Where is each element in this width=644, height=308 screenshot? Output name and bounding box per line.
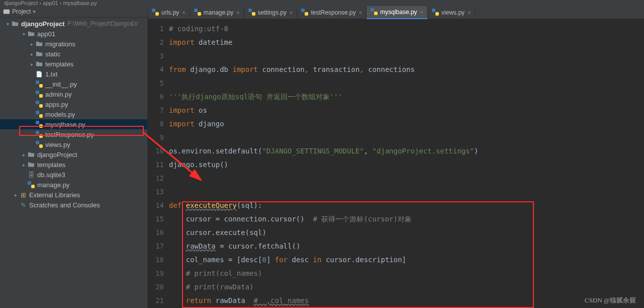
line-number: 6 bbox=[151, 90, 164, 104]
project-icon bbox=[3, 8, 10, 15]
code-line-12[interactable] bbox=[169, 172, 478, 185]
line-number: 14 bbox=[151, 199, 164, 212]
tree-item-mysqlbase-py[interactable]: mysqlbase.py bbox=[0, 119, 147, 129]
line-number: 1 bbox=[151, 22, 164, 36]
tree-item-app01[interactable]: ▾app01 bbox=[0, 29, 147, 39]
gutter: 123456789101112131415161718192021 bbox=[148, 19, 169, 308]
line-number: 20 bbox=[151, 280, 164, 294]
code-line-16[interactable]: cursor.execute(sql) bbox=[169, 226, 478, 240]
tree-item-static[interactable]: ▸static bbox=[0, 49, 147, 59]
tree-item-manage-py[interactable]: manage.py bbox=[0, 180, 147, 190]
main-container: Project ▾ ▾djangoProjectF:\Web_Project\D… bbox=[0, 6, 644, 308]
line-number: 9 bbox=[151, 131, 164, 144]
line-number: 16 bbox=[151, 226, 164, 240]
line-number: 10 bbox=[151, 144, 164, 158]
line-number: 7 bbox=[151, 104, 164, 117]
close-icon[interactable]: × bbox=[420, 9, 423, 15]
title-bar: djangoProject › app01 › mysqlbase.py bbox=[0, 0, 644, 6]
tab-views-py[interactable]: views.py× bbox=[428, 6, 475, 19]
code-line-18[interactable]: col_names = [desc[0] for desc in cursor.… bbox=[169, 253, 478, 267]
code-line-17[interactable]: rawData = cursor.fetchall() bbox=[169, 240, 478, 253]
line-number: 21 bbox=[151, 294, 164, 307]
tree-item-Scratches-and-Consoles[interactable]: ✎Scratches and Consoles bbox=[0, 200, 147, 210]
code-line-21[interactable]: return rawData # ,col_names bbox=[169, 294, 478, 307]
tree-item-migrations[interactable]: ▸migrations bbox=[0, 39, 147, 49]
tree-item-templates[interactable]: ▸templates bbox=[0, 160, 147, 170]
tree-item-djangoProject[interactable]: ▸djangoProject bbox=[0, 149, 147, 160]
code-line-4[interactable]: from django.db import connection, transa… bbox=[169, 63, 478, 76]
code-line-11[interactable]: django.setup() bbox=[169, 158, 478, 172]
editor-tabs: urls.py×manage.py×settings.py×testRespon… bbox=[148, 6, 644, 19]
code-line-20[interactable]: # print(rawData) bbox=[169, 280, 478, 294]
sidebar-title: Project bbox=[12, 8, 31, 15]
close-icon[interactable]: × bbox=[359, 10, 362, 16]
code-line-13[interactable] bbox=[169, 185, 478, 199]
code-line-10[interactable]: os.environ.setdefault("DJANGO_SETTINGS_M… bbox=[169, 144, 478, 158]
tab-urls-py[interactable]: urls.py× bbox=[148, 6, 190, 19]
code-line-5[interactable] bbox=[169, 76, 478, 90]
close-icon[interactable]: × bbox=[468, 10, 471, 16]
code-area: 123456789101112131415161718192021 # codi… bbox=[148, 19, 644, 308]
sidebar-header[interactable]: Project ▾ bbox=[0, 6, 147, 18]
line-number: 19 bbox=[151, 267, 164, 280]
tree-item-db-sqlite3[interactable]: 🗄db.sqlite3 bbox=[0, 170, 147, 180]
line-number: 15 bbox=[151, 212, 164, 226]
tree-item-views-py[interactable]: views.py bbox=[0, 139, 147, 149]
tree-item-1-txt[interactable]: 📄1.txt bbox=[0, 69, 147, 79]
tab-settings-py[interactable]: settings.py× bbox=[244, 6, 298, 19]
line-number: 13 bbox=[151, 185, 164, 199]
tree-root[interactable]: ▾djangoProjectF:\Web_Project\Django&V bbox=[0, 19, 147, 29]
svg-rect-0 bbox=[4, 10, 10, 14]
close-icon[interactable]: × bbox=[182, 10, 185, 16]
code-content[interactable]: # coding:utf-8import datetime from djang… bbox=[169, 19, 478, 308]
project-sidebar: Project ▾ ▾djangoProjectF:\Web_Project\D… bbox=[0, 6, 148, 308]
code-line-7[interactable]: import os bbox=[169, 104, 478, 117]
code-line-8[interactable]: import django bbox=[169, 117, 478, 131]
code-line-6[interactable]: '''执行django原始sql语句 并返回一个数组对象''' bbox=[169, 90, 478, 104]
editor-area: urls.py×manage.py×settings.py×testRespon… bbox=[148, 6, 644, 308]
code-line-15[interactable]: cursor = connection.cursor() # 获得一个游标(cu… bbox=[169, 212, 478, 226]
line-number: 4 bbox=[151, 63, 164, 76]
tab-manage-py[interactable]: manage.py× bbox=[190, 6, 244, 19]
line-number: 12 bbox=[151, 172, 164, 185]
watermark: CSDN @猫腻余腥 bbox=[585, 296, 636, 305]
line-number: 11 bbox=[151, 158, 164, 172]
line-number: 17 bbox=[151, 240, 164, 253]
tab-testResponse-py[interactable]: testResponse.py× bbox=[297, 6, 366, 19]
code-line-14[interactable]: def executeQuery(sql): bbox=[169, 199, 478, 212]
code-line-9[interactable] bbox=[169, 131, 478, 144]
line-number: 2 bbox=[151, 36, 164, 49]
tree-item-External-Libraries[interactable]: ▸⊞External Libraries bbox=[0, 190, 147, 200]
tree-item-apps-py[interactable]: apps.py bbox=[0, 99, 147, 109]
tree-item-models-py[interactable]: models.py bbox=[0, 109, 147, 119]
tab-mysqlbase-py[interactable]: mysqlbase.py× bbox=[366, 6, 428, 19]
close-icon[interactable]: × bbox=[290, 10, 293, 16]
tree-item-testResponse-py[interactable]: testResponse.py bbox=[0, 129, 147, 139]
line-number: 18 bbox=[151, 253, 164, 267]
tree-item-templates[interactable]: ▸templates bbox=[0, 59, 147, 69]
close-icon[interactable]: × bbox=[236, 10, 239, 16]
project-tree[interactable]: ▾djangoProjectF:\Web_Project\Django&V▾ap… bbox=[0, 18, 147, 211]
code-line-1[interactable]: # coding:utf-8 bbox=[169, 22, 478, 36]
tree-item-admin-py[interactable]: admin.py bbox=[0, 89, 147, 99]
tree-item---init---py[interactable]: __init__.py bbox=[0, 79, 147, 89]
code-line-19[interactable]: # print(col_names) bbox=[169, 267, 478, 280]
chevron-down-icon[interactable]: ▾ bbox=[33, 8, 36, 15]
line-number: 8 bbox=[151, 117, 164, 131]
line-number: 5 bbox=[151, 76, 164, 90]
line-number: 3 bbox=[151, 49, 164, 63]
code-line-2[interactable]: import datetime bbox=[169, 36, 478, 49]
code-line-3[interactable] bbox=[169, 49, 478, 63]
